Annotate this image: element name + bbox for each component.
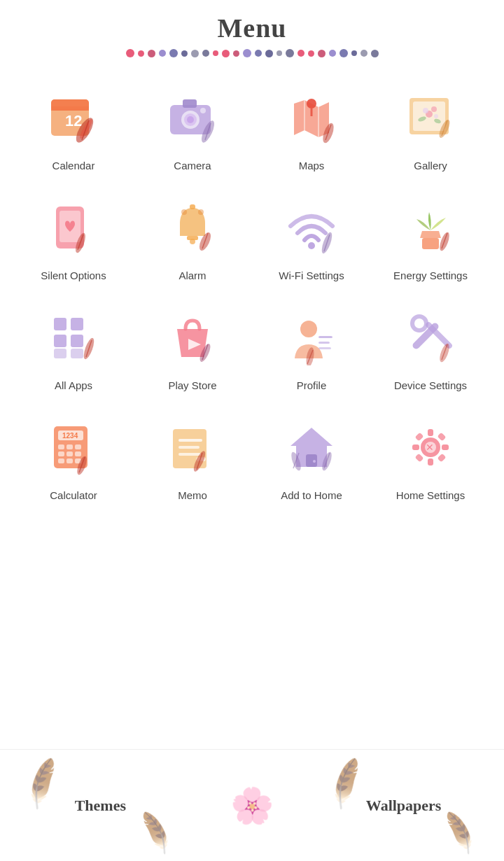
profile-icon bbox=[276, 302, 346, 372]
svg-rect-42 bbox=[422, 238, 439, 249]
svg-point-11 bbox=[187, 116, 194, 123]
svg-point-21 bbox=[423, 108, 428, 113]
menu-item-wifi[interactable]: Wi-Fi Settings bbox=[252, 180, 371, 290]
dot bbox=[222, 50, 230, 57]
dot bbox=[191, 50, 199, 57]
svg-point-36 bbox=[198, 209, 204, 215]
dot bbox=[213, 50, 218, 56]
svg-point-92 bbox=[313, 460, 316, 463]
menu-title: Menu bbox=[0, 13, 504, 43]
svg-rect-75 bbox=[75, 451, 81, 456]
themes-label: Themes bbox=[75, 797, 126, 815]
svg-rect-70 bbox=[58, 444, 64, 449]
menu-item-calculator[interactable]: 1234 Calculator bbox=[14, 400, 133, 510]
svg-rect-50 bbox=[71, 349, 83, 358]
dot bbox=[360, 50, 368, 57]
menu-item-memo[interactable]: Memo bbox=[133, 400, 252, 510]
wallpapers-label: Wallpapers bbox=[366, 797, 442, 815]
svg-rect-45 bbox=[54, 318, 66, 330]
svg-point-15 bbox=[307, 99, 316, 108]
svg-text:✕: ✕ bbox=[426, 442, 434, 453]
svg-rect-8 bbox=[183, 99, 197, 108]
profile-label: Profile bbox=[297, 379, 327, 391]
menu-item-homesettings[interactable]: ✕ Home Settings bbox=[371, 400, 490, 510]
svg-rect-46 bbox=[71, 318, 83, 330]
svg-text:1234: 1234 bbox=[62, 432, 78, 440]
menu-item-gallery[interactable]: Gallery bbox=[371, 70, 490, 180]
wallpapers-feather-right: 🪶 bbox=[433, 809, 482, 857]
maps-label: Maps bbox=[299, 160, 325, 172]
menu-item-energy[interactable]: Energy Settings bbox=[371, 180, 490, 290]
wifi-icon bbox=[276, 192, 346, 262]
silent-label: Silent Options bbox=[41, 270, 106, 281]
gallery-label: Gallery bbox=[414, 160, 447, 172]
menu-item-silent[interactable]: Silent Options bbox=[14, 180, 133, 290]
dot bbox=[298, 50, 304, 57]
dot bbox=[351, 50, 357, 56]
dot bbox=[308, 50, 314, 57]
dot bbox=[276, 50, 282, 56]
allapps-label: All Apps bbox=[55, 379, 92, 391]
dot bbox=[265, 50, 273, 57]
svg-rect-103 bbox=[415, 433, 424, 442]
svg-rect-83 bbox=[178, 446, 200, 449]
dot bbox=[159, 50, 166, 57]
svg-rect-48 bbox=[71, 335, 83, 347]
svg-rect-82 bbox=[178, 439, 202, 442]
menu-item-playstore[interactable]: Play Store bbox=[133, 290, 252, 400]
addtohome-icon bbox=[276, 412, 346, 482]
dot bbox=[243, 49, 251, 57]
allapps-icon bbox=[38, 302, 108, 372]
dot bbox=[169, 49, 178, 57]
center-flower: 🌸 bbox=[224, 785, 280, 826]
dot bbox=[329, 50, 336, 57]
dot bbox=[371, 50, 379, 57]
calculator-icon: 1234 bbox=[38, 412, 108, 482]
flower-icon: 🌸 bbox=[230, 785, 274, 826]
dot bbox=[233, 50, 239, 57]
dot bbox=[148, 50, 155, 57]
calendar-icon: 12 bbox=[38, 83, 108, 153]
svg-rect-71 bbox=[66, 444, 73, 449]
menu-item-calendar[interactable]: 12 Calendar bbox=[14, 70, 133, 180]
menu-item-addtohome[interactable]: Add to Home bbox=[252, 400, 371, 510]
energy-label: Energy Settings bbox=[393, 270, 468, 281]
menu-item-camera[interactable]: Camera bbox=[133, 70, 252, 180]
svg-point-23 bbox=[434, 114, 438, 118]
addtohome-label: Add to Home bbox=[281, 489, 342, 501]
themes-button[interactable]: 🪶 🪶 Themes bbox=[23, 757, 177, 855]
homesettings-label: Home Settings bbox=[396, 489, 465, 501]
svg-rect-99 bbox=[428, 429, 433, 436]
menu-item-devicesettings[interactable]: Device Settings bbox=[371, 290, 490, 400]
dot bbox=[202, 50, 209, 57]
svg-rect-100 bbox=[428, 458, 433, 465]
svg-rect-2 bbox=[51, 106, 89, 111]
menu-item-allapps[interactable]: All Apps bbox=[14, 290, 133, 400]
svg-rect-34 bbox=[190, 204, 195, 209]
playstore-label: Play Store bbox=[168, 379, 216, 391]
svg-rect-72 bbox=[75, 444, 81, 449]
svg-rect-84 bbox=[178, 453, 201, 456]
memo-label: Memo bbox=[178, 489, 207, 501]
silent-icon bbox=[38, 192, 108, 262]
svg-rect-58 bbox=[318, 342, 330, 344]
menu-item-profile[interactable]: Profile bbox=[252, 290, 371, 400]
dot bbox=[286, 49, 294, 57]
menu-item-alarm[interactable]: Alarm bbox=[133, 180, 252, 290]
svg-rect-74 bbox=[66, 451, 73, 456]
themes-feather-left: 🪶 bbox=[16, 755, 74, 812]
header: Menu bbox=[0, 0, 504, 63]
svg-rect-73 bbox=[58, 451, 64, 456]
menu-item-maps[interactable]: Maps bbox=[252, 70, 371, 180]
playstore-icon bbox=[158, 302, 227, 372]
svg-point-22 bbox=[431, 106, 437, 112]
devicesettings-icon bbox=[396, 302, 465, 372]
svg-rect-59 bbox=[318, 347, 331, 349]
dot bbox=[138, 50, 144, 57]
calculator-label: Calculator bbox=[50, 489, 97, 501]
svg-rect-101 bbox=[412, 444, 419, 450]
wallpapers-button[interactable]: 🪶 🪶 Wallpapers bbox=[327, 757, 481, 855]
alarm-label: Alarm bbox=[178, 270, 206, 281]
memo-icon bbox=[158, 412, 227, 482]
svg-rect-77 bbox=[66, 458, 73, 463]
